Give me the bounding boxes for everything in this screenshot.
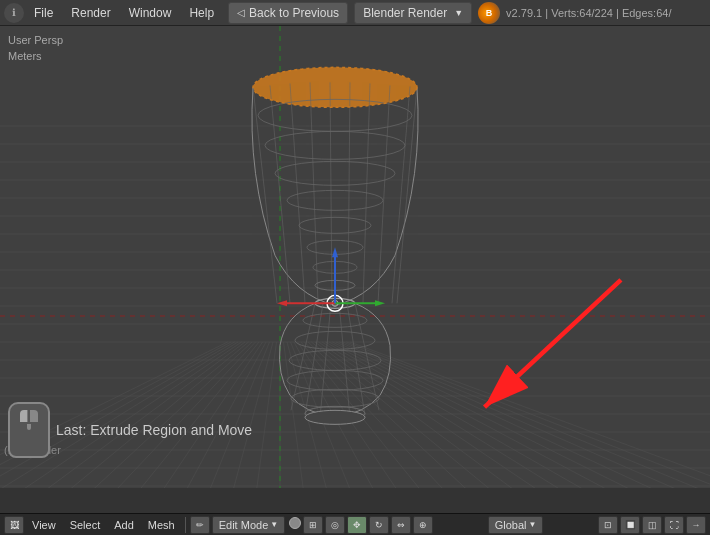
version-info: v2.79.1 | Verts:64/224 | Edges:64/ (506, 7, 671, 19)
svg-line-28 (305, 303, 323, 415)
view-menu[interactable]: View (26, 516, 62, 534)
back-to-previous-button[interactable]: ◁ Back to Previous (228, 2, 348, 24)
add-menu[interactable]: Add (108, 516, 140, 534)
overlay-icon[interactable]: ◫ (642, 516, 662, 534)
status-bar: 🖼 View Select Add Mesh ✏ Edit Mode ▼ ⊞ ◎… (0, 513, 710, 535)
rotate-icon[interactable]: ↻ (369, 516, 389, 534)
svg-marker-39 (375, 300, 385, 306)
menu-help[interactable]: Help (181, 2, 222, 24)
goblet-mesh (235, 35, 435, 435)
annotation-arrow (430, 268, 630, 428)
svg-line-31 (347, 303, 365, 415)
global-selector[interactable]: Global ▼ (488, 516, 544, 534)
edit-mode-selector[interactable]: Edit Mode ▼ (212, 516, 285, 534)
svg-point-15 (299, 217, 371, 233)
3d-object (235, 35, 435, 438)
viewport-shading-icon[interactable]: → (686, 516, 706, 534)
svg-line-30 (339, 303, 350, 417)
blender-logo: B (478, 2, 500, 24)
proportional-icon[interactable]: ◎ (325, 516, 345, 534)
menu-window[interactable]: Window (121, 2, 180, 24)
menu-file[interactable]: File (26, 2, 61, 24)
select-menu[interactable]: Select (64, 516, 107, 534)
viewport-icon[interactable]: 🖼 (4, 516, 24, 534)
transform-icon[interactable]: ⊕ (413, 516, 433, 534)
unit-label: Meters (8, 50, 42, 62)
last-operation-text: Last: Extrude Region and Move (56, 422, 252, 438)
mesh-menu[interactable]: Mesh (142, 516, 181, 534)
last-operation-panel: Last: Extrude Region and Move (8, 402, 252, 458)
view-mode-label: User Persp (8, 34, 63, 46)
info-icon[interactable]: ℹ (4, 3, 24, 23)
svg-point-33 (305, 410, 365, 424)
svg-line-4 (310, 82, 318, 303)
menu-render[interactable]: Render (63, 2, 118, 24)
render-engine-selector[interactable]: Blender Render ▼ (354, 2, 472, 24)
svg-marker-37 (277, 300, 287, 306)
mode-icon[interactable]: ✏ (190, 516, 210, 534)
svg-point-14 (287, 190, 383, 210)
scale-icon[interactable]: ⇔ (391, 516, 411, 534)
svg-line-29 (320, 303, 331, 417)
svg-line-43 (485, 280, 621, 407)
mouse-icon (8, 402, 50, 458)
svg-line-5 (330, 82, 332, 303)
move-icon[interactable]: ✥ (347, 516, 367, 534)
svg-line-8 (378, 85, 390, 303)
svg-point-23 (289, 350, 381, 370)
fullscreen-icon[interactable]: ⛶ (664, 516, 684, 534)
svg-point-12 (265, 131, 405, 159)
svg-point-24 (287, 370, 383, 390)
global-selector-container: Global ▼ (435, 516, 596, 534)
dot-selector[interactable] (289, 517, 301, 532)
svg-point-13 (275, 161, 395, 185)
3d-viewport[interactable]: User Persp Meters (0, 26, 710, 488)
svg-line-3 (290, 83, 305, 303)
layer-icon[interactable]: ⊡ (598, 516, 618, 534)
svg-point-25 (291, 389, 379, 407)
svg-marker-41 (332, 247, 338, 257)
render-layer-icon[interactable]: 🔲 (620, 516, 640, 534)
snap-icon[interactable]: ⊞ (303, 516, 323, 534)
top-menu-bar: ℹ File Render Window Help ◁ Back to Prev… (0, 0, 710, 26)
svg-line-6 (348, 82, 350, 303)
